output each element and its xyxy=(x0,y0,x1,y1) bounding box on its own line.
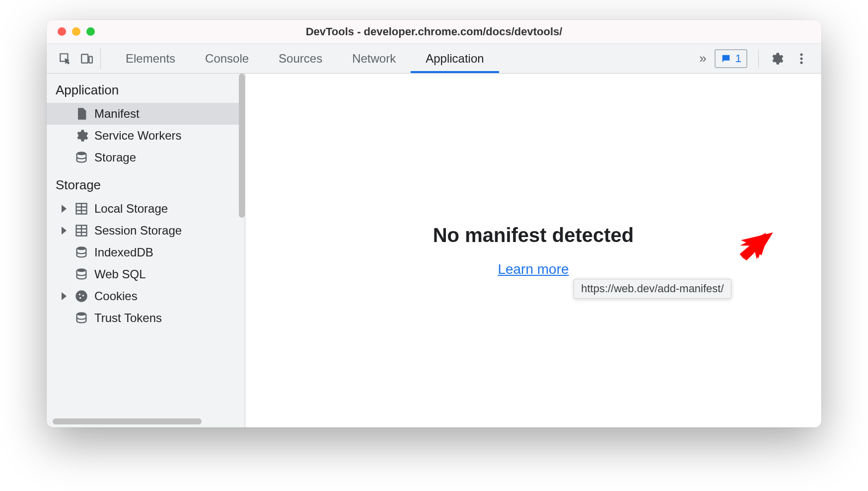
expand-arrow-icon[interactable] xyxy=(62,227,67,235)
manifest-pane: No manifest detected Learn more https://… xyxy=(245,74,821,427)
horizontal-scrollbar[interactable] xyxy=(53,418,202,424)
panel-body: Application Manifest Service Workers Sto… xyxy=(47,74,821,427)
issues-badge[interactable]: 1 xyxy=(715,49,747,68)
devtools-window: DevTools - developer.chrome.com/docs/dev… xyxy=(47,20,821,427)
tabbar: Elements Console Sources Network Applica… xyxy=(47,44,821,74)
sidebar-item-local-storage[interactable]: Local Storage xyxy=(47,198,239,220)
link-tooltip: https://web.dev/add-manifest/ xyxy=(574,279,731,299)
sidebar-item-session-storage[interactable]: Session Storage xyxy=(47,220,239,242)
database-icon xyxy=(74,246,88,259)
issues-count: 1 xyxy=(735,52,741,65)
svg-point-5 xyxy=(77,152,86,155)
tab-console[interactable]: Console xyxy=(190,44,264,73)
toolbar-right: » 1 xyxy=(699,49,816,68)
label: Service Workers xyxy=(94,129,182,143)
annotation-arrow-icon xyxy=(735,229,775,269)
divider xyxy=(758,50,759,68)
sidebar-item-storage[interactable]: Storage xyxy=(47,147,239,168)
label: Manifest xyxy=(94,107,140,121)
sidebar-item-indexeddb[interactable]: IndexedDB xyxy=(47,242,239,263)
svg-point-3 xyxy=(800,57,802,60)
svg-point-12 xyxy=(77,312,86,316)
label: Local Storage xyxy=(94,202,168,216)
expand-arrow-icon[interactable] xyxy=(62,205,67,213)
section-application: Application xyxy=(47,74,239,103)
more-options-icon[interactable] xyxy=(795,52,808,66)
titlebar: DevTools - developer.chrome.com/docs/dev… xyxy=(47,20,821,44)
sidebar-item-trust-tokens[interactable]: Trust Tokens xyxy=(47,307,239,329)
label: Cookies xyxy=(94,289,138,303)
traffic-lights xyxy=(47,27,95,36)
more-tabs-icon[interactable]: » xyxy=(699,51,703,66)
inspect-toggle-group xyxy=(52,48,101,69)
label: Trust Tokens xyxy=(94,311,162,325)
cookie-icon xyxy=(74,289,88,303)
label: Session Storage xyxy=(94,224,182,238)
panel-tabs: Elements Console Sources Network Applica… xyxy=(111,44,499,73)
svg-point-9 xyxy=(79,294,81,296)
svg-rect-1 xyxy=(89,56,92,63)
database-icon xyxy=(74,151,88,164)
tab-network[interactable]: Network xyxy=(337,44,411,73)
tab-elements[interactable]: Elements xyxy=(111,44,190,73)
learn-more-link[interactable]: Learn more xyxy=(498,261,569,277)
database-icon xyxy=(74,311,88,325)
maximize-window-button[interactable] xyxy=(86,27,95,36)
section-storage: Storage xyxy=(47,168,239,198)
svg-point-10 xyxy=(82,295,84,297)
sidebar-item-service-workers[interactable]: Service Workers xyxy=(47,125,239,147)
window-title: DevTools - developer.chrome.com/docs/dev… xyxy=(47,25,821,38)
svg-point-6 xyxy=(77,246,86,250)
sidebar-scrollbar[interactable] xyxy=(239,74,245,218)
manifest-heading: No manifest detected xyxy=(433,224,634,246)
sidebar-item-manifest[interactable]: Manifest xyxy=(47,103,239,125)
svg-point-11 xyxy=(79,297,81,299)
tab-sources[interactable]: Sources xyxy=(264,44,337,73)
svg-point-7 xyxy=(77,268,86,272)
application-sidebar: Application Manifest Service Workers Sto… xyxy=(47,74,245,427)
database-icon xyxy=(74,267,88,281)
svg-point-2 xyxy=(800,53,802,56)
minimize-window-button[interactable] xyxy=(72,27,80,36)
expand-arrow-icon[interactable] xyxy=(62,292,67,300)
close-window-button[interactable] xyxy=(58,27,66,36)
svg-rect-0 xyxy=(81,54,88,63)
gear-icon xyxy=(74,129,88,143)
sidebar-item-websql[interactable]: Web SQL xyxy=(47,263,239,285)
label: Web SQL xyxy=(94,267,146,281)
inspect-element-icon[interactable] xyxy=(59,52,72,65)
issues-icon xyxy=(721,53,731,64)
label: IndexedDB xyxy=(94,246,153,259)
settings-icon[interactable] xyxy=(770,52,784,66)
tab-application[interactable]: Application xyxy=(411,44,499,73)
device-toolbar-icon[interactable] xyxy=(80,52,93,65)
file-icon xyxy=(74,107,88,121)
label: Storage xyxy=(94,151,136,164)
sidebar-item-cookies[interactable]: Cookies xyxy=(47,285,239,307)
svg-point-4 xyxy=(800,61,802,64)
table-icon xyxy=(74,224,88,238)
table-icon xyxy=(74,202,88,216)
svg-point-8 xyxy=(75,290,87,302)
